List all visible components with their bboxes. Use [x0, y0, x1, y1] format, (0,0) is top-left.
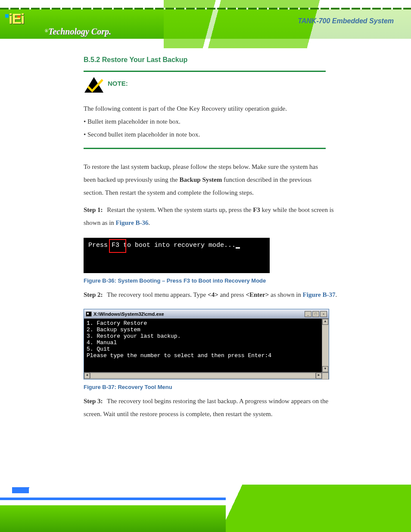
page-number: Page 162 — [12, 487, 58, 495]
note-bullet: • Bullet item placeholder in note box. — [84, 115, 325, 128]
scroll-up-icon[interactable]: ▲ — [322, 319, 328, 325]
f3-highlight-box — [109, 239, 126, 253]
note-line: The following content is part of the One… — [84, 102, 325, 115]
scroll-right-icon[interactable]: ► — [316, 373, 322, 379]
cmd-line: 1. Factory Restore — [87, 320, 319, 327]
cmd-icon — [86, 311, 92, 317]
step-3: Step 3: The recovery tool begins restori… — [84, 395, 342, 420]
note-bottom-rule — [84, 148, 326, 149]
note-icon — [84, 76, 104, 95]
intro-paragraph: To restore the last system backup, pleas… — [84, 160, 325, 199]
page-header: iEi ® Technology Corp. TANK-700 Embedded… — [0, 0, 411, 48]
note-text: The following content is part of the One… — [84, 102, 325, 141]
cmd-output: 1. Factory Restore 2. Backup system 3. R… — [84, 319, 322, 372]
resize-grip-icon[interactable] — [322, 373, 329, 380]
close-button[interactable]: × — [320, 311, 327, 317]
logo-mark: iEi — [17, 10, 24, 27]
cmd-line: 4. Manual — [87, 340, 319, 346]
section-heading: B.5.2 Restore Your Last Backup — [84, 56, 411, 64]
note-label: NOTE: — [108, 80, 128, 87]
scroll-left-icon[interactable]: ◄ — [84, 373, 90, 379]
maximize-button[interactable]: □ — [312, 311, 319, 317]
figure-caption: Figure B-37: Recovery Tool Menu — [84, 384, 411, 390]
page-footer: Page 162 — [0, 485, 411, 532]
cursor-icon — [236, 247, 240, 249]
scroll-track[interactable] — [90, 373, 316, 379]
figure-caption: Figure B-36: System Booting – Press F3 t… — [84, 277, 411, 284]
horizontal-scrollbar[interactable]: ◄ ► — [84, 372, 329, 379]
note-bullet: • Second bullet item placeholder in note… — [84, 128, 325, 141]
page-body: B.5.2 Restore Your Last Backup NOTE: The… — [0, 52, 411, 420]
step-1: Step 1: Restart the system. When the sys… — [84, 203, 342, 229]
product-name: TANK-700 Embedded System — [298, 17, 394, 25]
cmd-line: 2. Backup system — [87, 327, 319, 333]
note-box: NOTE: The following content is part of t… — [84, 76, 326, 141]
figure-cmd-window: X:\Windows\System32\cmd.exe _ □ × 1. Fac… — [84, 309, 329, 380]
note-top-rule — [84, 71, 326, 72]
cmd-line: 5. Quit — [87, 346, 319, 353]
logo-tagline: Technology Corp. — [48, 27, 111, 37]
cmd-line: 3. Restore your last backup. — [87, 333, 319, 340]
window-titlebar: X:\Windows\System32\cmd.exe _ □ × — [84, 309, 329, 319]
cmd-line: Please type the number to select and the… — [87, 353, 319, 359]
scroll-down-icon[interactable]: ▼ — [322, 366, 328, 372]
minimize-button[interactable]: _ — [305, 311, 311, 317]
figure-console-boot: Press F3 to boot into recovery mode... — [84, 238, 270, 273]
registered-mark: ® — [45, 28, 48, 33]
logo: iEi — [17, 10, 33, 27]
vertical-scrollbar[interactable]: ▲ ▼ — [322, 319, 329, 372]
step-2: Step 2: The recovery tool menu appears. … — [84, 288, 342, 301]
window-title: X:\Windows\System32\cmd.exe — [93, 311, 304, 317]
